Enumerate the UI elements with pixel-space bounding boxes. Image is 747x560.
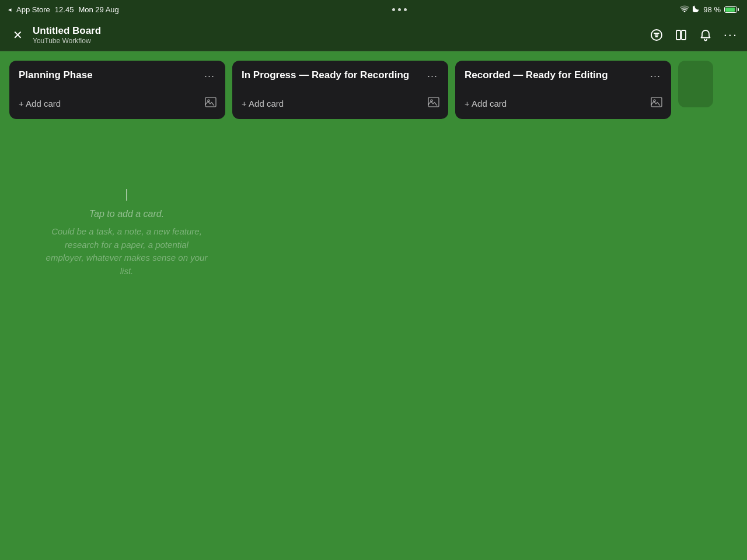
add-card-button-recorded[interactable]: + Add card bbox=[465, 99, 507, 108]
status-date: Mon 29 Aug bbox=[78, 5, 118, 14]
image-frame-icon-in-progress[interactable] bbox=[427, 96, 440, 111]
add-card-label-recorded: + Add card bbox=[465, 99, 507, 108]
column-title-recorded: Recorded — Ready for Editing bbox=[465, 69, 648, 82]
dot-icon bbox=[392, 8, 395, 11]
board-title: Untitled Board bbox=[33, 25, 101, 37]
dot-icon bbox=[398, 8, 401, 11]
column-stub-4 bbox=[678, 61, 713, 107]
column-footer-in-progress: + Add card bbox=[232, 90, 448, 119]
board-area: Planning Phase ··· + Add card Tap to add… bbox=[0, 51, 747, 560]
status-center bbox=[392, 8, 407, 11]
wifi-icon bbox=[680, 5, 689, 14]
battery-percent: 98 % bbox=[703, 5, 721, 14]
close-button[interactable]: ✕ bbox=[9, 27, 26, 43]
column-title-in-progress: In Progress — Ready for Recording bbox=[242, 69, 425, 82]
board-title-block: Untitled Board YouTube Workflow bbox=[33, 25, 101, 45]
battery-icon bbox=[724, 6, 739, 13]
column-header-in-progress: In Progress — Ready for Recording ··· bbox=[232, 61, 448, 90]
column-menu-button-planning[interactable]: ··· bbox=[202, 69, 217, 83]
tap-hint: Tap to add a card. bbox=[89, 209, 164, 219]
add-card-label-in-progress: + Add card bbox=[242, 99, 284, 108]
filter-icon[interactable] bbox=[650, 29, 663, 41]
moon-icon bbox=[693, 5, 700, 14]
nav-bar: ✕ Untitled Board YouTube Workflow bbox=[0, 19, 747, 51]
svg-rect-5 bbox=[682, 30, 686, 40]
add-card-button-planning[interactable]: + Add card bbox=[19, 99, 61, 108]
column-title-planning: Planning Phase bbox=[19, 69, 202, 82]
board-view-icon[interactable] bbox=[675, 29, 687, 41]
cursor-blink bbox=[126, 189, 127, 201]
column-footer-recorded: + Add card bbox=[455, 90, 671, 119]
board-subtitle: YouTube Workflow bbox=[33, 37, 101, 45]
more-options-icon[interactable]: ··· bbox=[724, 27, 738, 43]
add-card-label-planning: + Add card bbox=[19, 99, 61, 108]
bell-icon[interactable] bbox=[699, 29, 712, 41]
ghost-card-area: Tap to add a card. Could be a task, a no… bbox=[19, 189, 235, 278]
dot-icon bbox=[404, 8, 407, 11]
column-recorded: Recorded — Ready for Editing ··· + Add c… bbox=[455, 61, 671, 551]
status-right: 98 % bbox=[680, 5, 739, 14]
column-menu-button-recorded[interactable]: ··· bbox=[648, 69, 663, 83]
status-bar: ◂ App Store 12.45 Mon 29 Aug 98 % bbox=[0, 0, 747, 19]
image-frame-icon-planning[interactable] bbox=[204, 96, 217, 111]
column-in-progress: In Progress — Ready for Recording ··· + … bbox=[232, 61, 448, 551]
app-store-label: App Store bbox=[16, 5, 50, 14]
status-left: ◂ App Store 12.45 Mon 29 Aug bbox=[8, 5, 119, 14]
column-menu-button-in-progress[interactable]: ··· bbox=[425, 69, 440, 83]
add-card-button-in-progress[interactable]: + Add card bbox=[242, 99, 284, 108]
column-planning: Planning Phase ··· + Add card Tap to add… bbox=[9, 61, 225, 551]
column-header-recorded: Recorded — Ready for Editing ··· bbox=[455, 61, 671, 90]
nav-left: ✕ Untitled Board YouTube Workflow bbox=[9, 25, 650, 45]
nav-right: ··· bbox=[650, 27, 738, 43]
column-footer-planning: + Add card bbox=[9, 90, 225, 119]
card-description-hint: Could be a task, a note, a new feature, … bbox=[45, 225, 208, 278]
back-arrow-icon: ◂ bbox=[8, 6, 12, 13]
image-frame-icon-recorded[interactable] bbox=[650, 96, 663, 111]
svg-rect-4 bbox=[676, 30, 680, 40]
status-time: 12.45 bbox=[55, 5, 74, 14]
column-header-planning: Planning Phase ··· bbox=[9, 61, 225, 90]
